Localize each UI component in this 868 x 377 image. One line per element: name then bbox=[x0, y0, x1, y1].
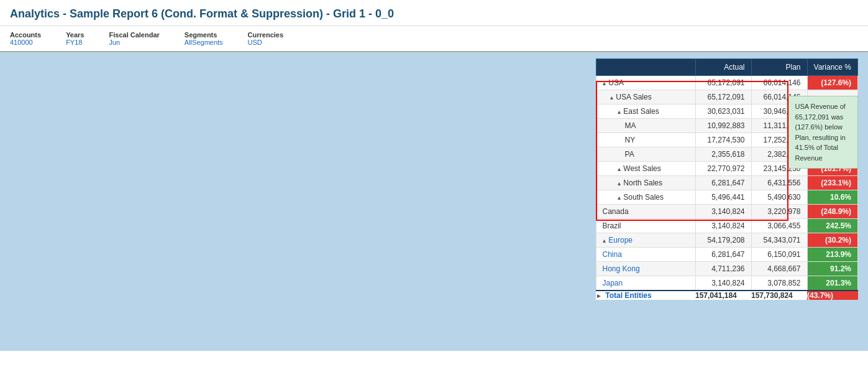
cell-actual-east_sales: 30,623,031 bbox=[695, 105, 751, 119]
cell-plan-europe: 54,343,071 bbox=[751, 233, 807, 248]
filter-years-label: Years bbox=[66, 31, 84, 39]
main-content: Actual Plan Variance % ▴ USA65,172,09166… bbox=[0, 52, 868, 351]
table-header-row: Actual Plan Variance % bbox=[596, 59, 857, 76]
cell-actual-japan: 3,140,824 bbox=[695, 276, 751, 291]
cell-variance-brazil: 242.5% bbox=[807, 219, 857, 233]
row-label-japan: Japan bbox=[603, 279, 623, 287]
cell-actual-ma: 10,992,883 bbox=[695, 119, 751, 133]
cell-actual-hong_kong: 4,711,236 bbox=[695, 262, 751, 276]
table-row: Canada3,140,8243,220,978(248.9%) bbox=[596, 205, 857, 219]
grid-table: Actual Plan Variance % ▴ USA65,172,09166… bbox=[596, 58, 858, 300]
filter-years-value: FY18 bbox=[66, 39, 84, 46]
row-label-ma: MA bbox=[625, 121, 636, 130]
cell-plan-south_sales: 5,490,630 bbox=[751, 190, 807, 205]
expand-icon[interactable]: ▴ bbox=[603, 237, 608, 244]
cell-actual-west_sales: 22,770,972 bbox=[695, 162, 751, 176]
table-row: China6,281,6476,150,091213.9% bbox=[596, 248, 857, 262]
cell-plan-japan: 3,078,852 bbox=[751, 276, 807, 291]
expand-icon[interactable]: ▴ bbox=[618, 165, 623, 172]
row-label-pa: PA bbox=[625, 150, 634, 159]
cell-name-north_sales: ▴ North Sales bbox=[596, 176, 695, 190]
cell-name-usa_sales: ▴ USA Sales bbox=[596, 90, 695, 105]
filter-accounts: Accounts 410000 bbox=[10, 31, 41, 46]
row-label-hong_kong: Hong Kong bbox=[603, 264, 640, 273]
cell-variance-hong_kong: 91.2% bbox=[807, 262, 857, 276]
total-plan: 157,730,824 bbox=[751, 291, 807, 300]
cell-actual-pa: 2,355,618 bbox=[695, 147, 751, 162]
filter-segments-label: Segments bbox=[185, 31, 223, 39]
filter-segments-value: AllSegments bbox=[185, 39, 223, 46]
row-label-china: China bbox=[603, 250, 622, 259]
cell-name-south_sales: ▴ South Sales bbox=[596, 190, 695, 205]
expand-icon[interactable]: ▴ bbox=[603, 80, 608, 86]
page-title: Analytics - Sample Report 6 (Cond. Forma… bbox=[0, 0, 868, 26]
cell-name-ma: MA bbox=[596, 119, 695, 133]
table-row: Hong Kong4,711,2364,668,66791.2% bbox=[596, 262, 857, 276]
total-actual: 157,041,184 bbox=[695, 291, 751, 300]
cell-name-china: China bbox=[596, 248, 695, 262]
cell-variance-canada: (248.9%) bbox=[807, 205, 857, 219]
filter-years: Years FY18 bbox=[66, 31, 84, 46]
expand-icon[interactable]: ► bbox=[596, 292, 602, 299]
filter-accounts-label: Accounts bbox=[10, 31, 41, 39]
cell-name-pa: PA bbox=[596, 147, 695, 162]
tooltip-text: USA Revenue of 65,172,091 was (127.6%) b… bbox=[795, 103, 846, 162]
expand-icon[interactable]: ▴ bbox=[610, 94, 615, 101]
filter-fiscal-calendar: Fiscal Calendar Jun bbox=[109, 31, 160, 46]
col-header-actual: Actual bbox=[695, 59, 751, 76]
cell-variance-china: 213.9% bbox=[807, 248, 857, 262]
cell-actual-north_sales: 6,281,647 bbox=[695, 176, 751, 190]
filter-accounts-value: 410000 bbox=[10, 39, 41, 46]
cell-actual-brazil: 3,140,824 bbox=[695, 219, 751, 233]
cell-variance-usa: (127.6%) bbox=[807, 76, 857, 90]
expand-icon[interactable]: ▴ bbox=[618, 194, 623, 201]
row-label-ny: NY bbox=[625, 136, 636, 144]
cell-plan-usa: 66,014,146 bbox=[751, 76, 807, 90]
cell-name-japan: Japan bbox=[596, 276, 695, 291]
cell-actual-usa: 65,172,091 bbox=[695, 76, 751, 90]
row-label-north_sales: North Sales bbox=[623, 179, 662, 187]
cell-name-brazil: Brazil bbox=[596, 219, 695, 233]
cell-name-ny: NY bbox=[596, 133, 695, 147]
tooltip-box: USA Revenue of 65,172,091 was (127.6%) b… bbox=[788, 96, 858, 169]
cell-variance-europe: (30.2%) bbox=[807, 233, 857, 248]
cell-name-east_sales: ▴ East Sales bbox=[596, 105, 695, 119]
cell-plan-china: 6,150,091 bbox=[751, 248, 807, 262]
filter-fiscal-value: Jun bbox=[109, 39, 160, 46]
table-row: ▴ Europe54,179,20854,343,071(30.2%) bbox=[596, 233, 857, 248]
total-name: ► Total Entities bbox=[596, 291, 695, 300]
table-row: ▴ USA65,172,09166,014,146(127.6%) bbox=[596, 76, 857, 90]
cell-plan-canada: 3,220,978 bbox=[751, 205, 807, 219]
table-row: ▴ North Sales6,281,6476,431,556(233.1%) bbox=[596, 176, 857, 190]
col-header-variance: Variance % bbox=[807, 59, 857, 76]
table-row: Brazil3,140,8243,066,455242.5% bbox=[596, 219, 857, 233]
row-label-canada: Canada bbox=[603, 207, 629, 216]
cell-variance-south_sales: 10.6% bbox=[807, 190, 857, 205]
expand-icon[interactable]: ▴ bbox=[618, 108, 623, 115]
table-row: Japan3,140,8243,078,852201.3% bbox=[596, 276, 857, 291]
total-row: ► Total Entities 157,041,184 157,730,824… bbox=[596, 291, 857, 300]
filter-currencies-value: USD bbox=[248, 39, 283, 46]
cell-name-usa: ▴ USA bbox=[596, 76, 695, 90]
cell-plan-north_sales: 6,431,556 bbox=[751, 176, 807, 190]
cell-name-west_sales: ▴ West Sales bbox=[596, 162, 695, 176]
cell-actual-canada: 3,140,824 bbox=[695, 205, 751, 219]
expand-icon[interactable]: ▴ bbox=[618, 180, 623, 187]
col-header-name bbox=[596, 59, 695, 76]
filter-segments: Segments AllSegments bbox=[185, 31, 223, 46]
cell-name-canada: Canada bbox=[596, 205, 695, 219]
filter-fiscal-label: Fiscal Calendar bbox=[109, 31, 160, 39]
left-panel bbox=[10, 58, 596, 345]
col-header-plan: Plan bbox=[751, 59, 807, 76]
cell-plan-brazil: 3,066,455 bbox=[751, 219, 807, 233]
cell-actual-europe: 54,179,208 bbox=[695, 233, 751, 248]
cell-variance-north_sales: (233.1%) bbox=[807, 176, 857, 190]
row-label-brazil: Brazil bbox=[603, 221, 621, 230]
filter-currencies-label: Currencies bbox=[248, 31, 283, 39]
total-variance: (43.7%) bbox=[807, 291, 857, 300]
filters-bar: Accounts 410000 Years FY18 Fiscal Calend… bbox=[0, 26, 868, 52]
cell-actual-ny: 17,274,530 bbox=[695, 133, 751, 147]
row-label-south_sales: South Sales bbox=[623, 193, 664, 202]
cell-name-hong_kong: Hong Kong bbox=[596, 262, 695, 276]
right-panel: Actual Plan Variance % ▴ USA65,172,09166… bbox=[596, 58, 858, 345]
